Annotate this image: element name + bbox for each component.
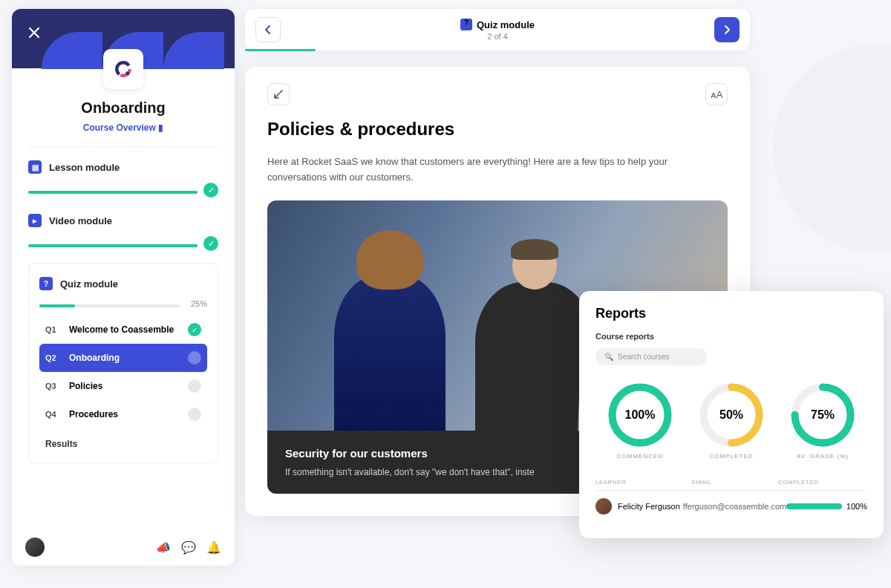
learner-name: Felicity Ferguson [618, 502, 680, 511]
status-dot [188, 379, 201, 393]
course-title: Onboarding [12, 99, 235, 117]
bell-icon[interactable]: 🔔 [206, 540, 221, 555]
progress-bar [28, 244, 198, 247]
brand-logo [103, 49, 143, 89]
topbar-title: Quiz module [477, 19, 535, 30]
quiz-number: Q2 [45, 353, 62, 362]
sidebar-module-video[interactable]: ► Video module ✓ [28, 209, 218, 251]
donut-row: 100% COMMENCED 50% COMPLETED 75% AV. GRA… [595, 382, 867, 460]
quiz-item-q4[interactable]: Q4 Procedures [39, 400, 207, 428]
check-icon: ✓ [188, 323, 201, 336]
search-placeholder: Search courses [618, 353, 669, 361]
reports-title: Reports [595, 306, 867, 321]
status-dot [188, 351, 201, 365]
topbar-center: ? Quiz module 2 of 4 [460, 19, 535, 41]
col-learner: LEARNER [595, 479, 692, 486]
progress-bar [28, 191, 198, 194]
content-title: Policies & procedures [267, 119, 728, 140]
next-button[interactable] [714, 17, 740, 42]
sidebar-footer: 📣 💬 🔔 [12, 529, 235, 566]
user-avatar[interactable] [25, 538, 45, 557]
quiz-label: Onboarding [69, 353, 180, 363]
svg-rect-2 [126, 72, 129, 75]
lesson-icon: ▤ [28, 160, 42, 174]
question-icon: ? [460, 19, 472, 30]
table-row[interactable]: Felicity Ferguson fferguson@coassemble.c… [595, 491, 867, 522]
sidebar-module-quiz: ? Quiz module 25% Q1 Welcome to Coassemb… [28, 263, 218, 463]
quiz-module-header[interactable]: ? Quiz module [39, 272, 207, 295]
donut-avgrade: 75% AV. GRADE (%) [778, 382, 867, 460]
check-icon: ✓ [203, 183, 218, 197]
quiz-number: Q1 [45, 325, 62, 334]
quiz-results-link[interactable]: Results [39, 428, 207, 455]
module-label: Video module [49, 215, 112, 226]
back-button[interactable] [255, 17, 281, 42]
donut-value: 75% [811, 408, 835, 422]
progress-bar [39, 304, 180, 307]
search-input[interactable]: 🔍 Search courses [595, 348, 707, 365]
bookmark-icon: ▮ [158, 122, 163, 133]
background-decoration [772, 45, 891, 252]
donut-value: 50% [719, 408, 743, 422]
play-icon: ► [28, 214, 42, 227]
megaphone-icon[interactable]: 📣 [156, 540, 171, 555]
sidebar-module-lesson[interactable]: ▤ Lesson module ✓ [28, 156, 218, 197]
topbar: ? Quiz module 2 of 4 [245, 9, 750, 50]
quiz-label: Policies [69, 381, 180, 391]
donut-label: COMMENCED [595, 453, 685, 460]
quiz-label: Welcome to Coassemble [69, 324, 180, 335]
quiz-item-q2[interactable]: Q2 Onboarding [39, 344, 207, 372]
chat-icon[interactable]: 💬 [181, 540, 196, 555]
donut-label: COMPLETED [687, 453, 776, 460]
reports-subtitle: Course reports [595, 332, 867, 341]
expand-button[interactable] [267, 83, 290, 105]
topbar-subtitle: 2 of 4 [460, 32, 535, 41]
text-size-button[interactable]: ᴀA [705, 83, 728, 105]
col-completed: COMPLETED [778, 479, 867, 486]
module-label: Lesson module [49, 162, 120, 173]
learner-avatar [595, 498, 612, 514]
reports-panel: Reports Course reports 🔍 Search courses … [579, 291, 884, 538]
quiz-items: Q1 Welcome to Coassemble ✓ Q2 Onboarding… [39, 316, 207, 428]
col-email: EMAIL [692, 479, 778, 486]
progress-bar [786, 503, 842, 509]
quiz-item-q1[interactable]: Q1 Welcome to Coassemble ✓ [39, 316, 207, 344]
module-label: Quiz module [60, 278, 118, 290]
quiz-number: Q4 [45, 410, 62, 419]
donut-label: AV. GRADE (%) [778, 453, 867, 460]
progress-percent: 100% [846, 502, 867, 511]
quiz-label: Procedures [69, 409, 180, 419]
quiz-number: Q3 [45, 382, 62, 391]
donut-value: 100% [625, 408, 656, 422]
search-icon: 🔍 [604, 353, 613, 361]
learner-email: fferguson@coassemble.com [683, 502, 786, 511]
course-sidebar: Onboarding Course Overview ▮ ▤ Lesson mo… [12, 9, 235, 566]
donut-commenced: 100% COMMENCED [595, 382, 685, 460]
quiz-item-q3[interactable]: Q3 Policies [39, 372, 207, 400]
question-icon: ? [39, 277, 53, 290]
topbar-progress [245, 49, 750, 51]
module-list: ▤ Lesson module ✓ ► Video module ✓ ? Qu [12, 147, 235, 463]
content-body: Here at Rocket SaaS we know that custome… [267, 154, 728, 186]
progress-percent: 25% [186, 299, 207, 308]
course-overview-label: Course Overview [83, 122, 156, 133]
status-dot [188, 408, 201, 421]
sidebar-header [12, 9, 235, 68]
course-overview-link[interactable]: Course Overview ▮ [12, 122, 235, 133]
check-icon: ✓ [203, 236, 218, 251]
table-header: LEARNER EMAIL COMPLETED [595, 474, 867, 491]
donut-completed: 50% COMPLETED [687, 382, 776, 460]
